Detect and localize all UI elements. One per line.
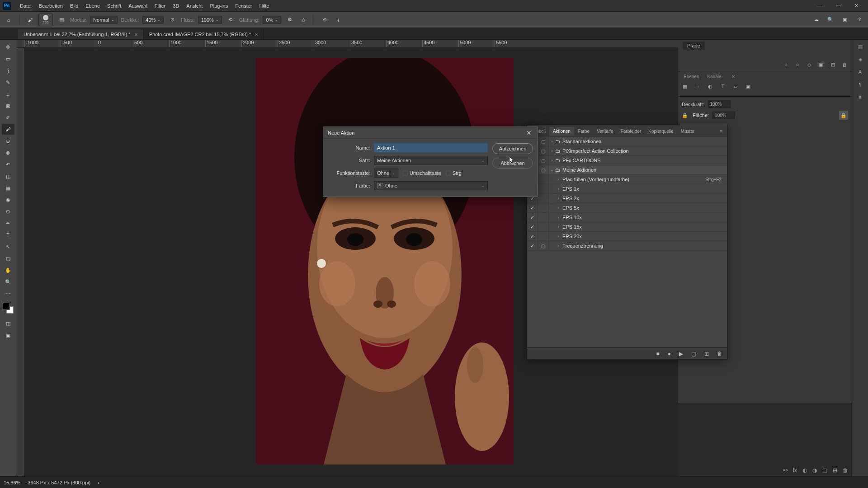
- mask-icon[interactable]: ▣: [817, 61, 825, 68]
- search-icon[interactable]: 🔍: [826, 15, 835, 25]
- trash-icon[interactable]: 🗑: [841, 61, 848, 68]
- panel-menu-icon[interactable]: ≡: [717, 128, 725, 134]
- layer-opacity-input[interactable]: [708, 100, 731, 108]
- stamp-tool[interactable]: ⊗: [2, 147, 14, 158]
- new-layer-icon[interactable]: ⊞: [833, 467, 837, 474]
- expand-icon[interactable]: ›: [549, 158, 555, 163]
- trash-icon[interactable]: 🗑: [843, 467, 848, 474]
- ruler-origin[interactable]: [16, 40, 24, 48]
- set-select[interactable]: Meine Aktionen⌄: [374, 156, 488, 165]
- fkey-select[interactable]: Ohne⌄: [374, 169, 398, 178]
- shift-check[interactable]: Umschalttaste: [403, 170, 441, 176]
- close-icon[interactable]: ✕: [134, 32, 138, 37]
- toggle-check[interactable]: ✓: [527, 232, 538, 241]
- move-tool[interactable]: ✥: [2, 42, 14, 52]
- share-icon[interactable]: ⇪: [854, 15, 864, 25]
- brush-preset[interactable]: 263: [38, 14, 53, 26]
- flow-input[interactable]: 100%⌄: [198, 16, 222, 24]
- eraser-tool[interactable]: ◫: [2, 171, 14, 182]
- channels-tab[interactable]: Kanäle: [703, 73, 725, 80]
- menu-3d[interactable]: 3D: [169, 0, 183, 11]
- expand-icon[interactable]: ›: [555, 196, 561, 201]
- filter-image-icon[interactable]: ▫: [693, 82, 702, 90]
- pen-tool[interactable]: ✒: [2, 218, 14, 229]
- filter-icon[interactable]: ▦: [681, 82, 689, 90]
- expand-icon[interactable]: ›: [555, 244, 561, 248]
- layers-tab[interactable]: Ebenen: [680, 73, 703, 80]
- fx-icon[interactable]: fx: [793, 467, 797, 474]
- filter-smart-icon[interactable]: ▣: [744, 82, 752, 90]
- action-row[interactable]: ✓ › EPS 10x: [527, 213, 727, 222]
- menu-file[interactable]: Datei: [16, 0, 35, 11]
- record-icon[interactable]: ●: [668, 351, 671, 357]
- new-set-icon[interactable]: ▢: [691, 351, 696, 357]
- mask-icon[interactable]: ◐: [802, 467, 807, 474]
- expand-icon[interactable]: ›: [555, 206, 561, 210]
- toggle-dialog[interactable]: ▢: [538, 156, 549, 165]
- record-button[interactable]: Aufzeichnen: [492, 143, 533, 154]
- tab-gradients[interactable]: Verläufe: [593, 127, 617, 136]
- zoom-level[interactable]: 15,66%: [4, 480, 20, 485]
- toggle-dialog[interactable]: [538, 203, 549, 212]
- smoothing-input[interactable]: 0%⌄: [263, 16, 281, 24]
- horizontal-ruler[interactable]: -1000-5000500100015002000250030003500400…: [24, 40, 678, 48]
- new-action-icon[interactable]: ⊞: [704, 351, 709, 357]
- action-row[interactable]: ✓ › EPS 15x: [527, 222, 727, 232]
- filter-shape-icon[interactable]: ▱: [731, 82, 740, 90]
- frame-tool[interactable]: ⊠: [2, 100, 14, 111]
- window-minimize[interactable]: —: [811, 0, 829, 12]
- brush-tool-icon[interactable]: 🖌: [25, 15, 35, 25]
- new-icon[interactable]: ⊞: [829, 61, 836, 68]
- expand-icon[interactable]: ›: [549, 139, 555, 144]
- pressure-opacity-icon[interactable]: ⊘: [167, 15, 177, 25]
- menu-plugins[interactable]: Plug-ins: [206, 0, 231, 11]
- toggle-check[interactable]: ✓: [527, 203, 538, 212]
- quick-select-tool[interactable]: ✎: [2, 77, 14, 88]
- toggle-check[interactable]: ✓: [527, 222, 538, 231]
- close-icon[interactable]: ✕: [525, 129, 533, 137]
- filter-adjust-icon[interactable]: ◐: [706, 82, 714, 90]
- action-row[interactable]: › EPS 1x: [527, 184, 727, 194]
- panel-icon[interactable]: ≡: [855, 92, 865, 102]
- action-name-input[interactable]: [374, 143, 488, 152]
- expand-icon[interactable]: ›: [555, 225, 561, 229]
- blur-tool[interactable]: ◉: [2, 194, 14, 205]
- expand-icon[interactable]: ›: [555, 215, 561, 220]
- circle-icon[interactable]: ○: [794, 61, 801, 68]
- brush-panel-icon[interactable]: ▤: [57, 15, 66, 25]
- close-icon[interactable]: ✕: [255, 32, 258, 37]
- action-row[interactable]: ✓ ▢ › 🗀 Standardaktionen: [527, 137, 727, 146]
- toggle-dialog[interactable]: [538, 232, 549, 241]
- cloud-icon[interactable]: ☁: [811, 15, 821, 25]
- action-row[interactable]: ✓ › EPS 20x: [527, 232, 727, 241]
- toggle-dialog[interactable]: ▢: [538, 241, 549, 250]
- toggle-dialog[interactable]: [538, 184, 549, 193]
- symmetry-icon[interactable]: ⫞: [333, 15, 343, 25]
- lock-icon[interactable]: 🔒: [682, 113, 689, 118]
- adjust-icon[interactable]: ◑: [812, 467, 817, 474]
- tab-color[interactable]: Farbe: [574, 127, 593, 136]
- trash-icon[interactable]: 🗑: [717, 351, 722, 357]
- diamond-icon[interactable]: ◇: [806, 61, 813, 68]
- toggle-dialog[interactable]: [538, 222, 549, 231]
- opacity-input[interactable]: 40%⌄: [142, 16, 164, 24]
- expand-icon[interactable]: ⌄: [549, 168, 555, 172]
- menu-view[interactable]: Ansicht: [183, 0, 206, 11]
- circle-icon[interactable]: ○: [782, 61, 789, 68]
- window-maximize[interactable]: ▭: [829, 0, 847, 12]
- expand-icon[interactable]: ›: [555, 187, 561, 191]
- pressure-size-icon[interactable]: ⊛: [320, 15, 330, 25]
- menu-help[interactable]: Hilfe: [255, 0, 273, 11]
- eyedropper-tool[interactable]: ✐: [2, 112, 14, 123]
- quickmask-tool[interactable]: ◫: [2, 318, 14, 329]
- layer-fill-input[interactable]: [712, 112, 735, 119]
- workspace-icon[interactable]: ▣: [840, 15, 850, 25]
- screenmode-tool[interactable]: ▣: [2, 330, 14, 341]
- toggle-dialog[interactable]: ▢: [538, 137, 549, 146]
- doc-info[interactable]: 3648 Px x 5472 Px (300 ppi): [28, 480, 90, 485]
- tab-actions[interactable]: Aktionen: [549, 127, 574, 136]
- healing-tool[interactable]: ⊕: [2, 136, 14, 146]
- filter-type-icon[interactable]: T: [719, 82, 727, 90]
- expand-icon[interactable]: ›: [555, 234, 561, 239]
- menu-edit[interactable]: Bearbeiten: [35, 0, 66, 11]
